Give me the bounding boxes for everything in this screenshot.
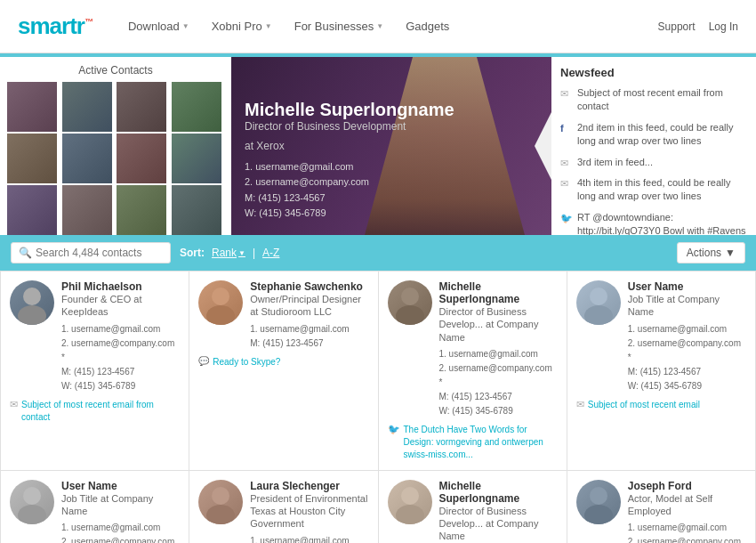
contact-avatar-4 [10, 480, 54, 524]
contact-avatar-7 [576, 480, 621, 524]
sort-label: Sort: [180, 247, 205, 259]
nav-for-businesses[interactable]: For Businesses ▼ [286, 15, 393, 37]
contact-avatar-6 [388, 480, 432, 524]
logo[interactable]: smartr™ [18, 12, 92, 40]
contact-info-0: Phil Michaelson Founder & CEO at KeepIde… [61, 280, 180, 393]
contact-title-3: Job Title at Company Name [628, 293, 746, 319]
contact-detail-5: 1. username@gmail.com M: (415) 123-4567 [250, 534, 368, 543]
profile-company: at Xerox [245, 140, 454, 152]
profile-detail-4: W: (415) 345-6789 [245, 206, 454, 222]
contact-avatar-3 [576, 280, 621, 325]
hero-profile[interactable]: Michelle Superlongname Director of Busin… [231, 57, 551, 235]
contact-thumb-6[interactable] [62, 134, 112, 183]
sort-rank[interactable]: Rank ▼ [212, 247, 245, 259]
contact-title-4: Job Title at Company Name [61, 492, 180, 518]
actions-button[interactable]: Actions ▼ [677, 242, 745, 263]
login-link[interactable]: Log In [709, 20, 738, 33]
news-item-1: ✉ Subject of most recent email from cont… [560, 86, 747, 114]
contact-card-3[interactable]: User Name Job Title at Company Name 1. u… [567, 272, 755, 470]
logo-trademark: ™ [84, 17, 92, 27]
contact-thumb-9[interactable] [7, 185, 57, 235]
news-text-3: 3rd item in feed... [577, 156, 653, 169]
contact-card-4[interactable]: User Name Job Title at Company Name 1. u… [1, 471, 189, 543]
active-contacts-panel: Active Contacts [0, 57, 231, 235]
svg-point-1 [18, 305, 46, 325]
contact-card-2[interactable]: Michelle Superlongname Director of Busin… [379, 272, 567, 470]
svg-point-8 [23, 487, 41, 505]
contact-thumb-1[interactable] [7, 82, 57, 132]
svg-point-11 [206, 505, 235, 524]
profile-detail-3: M: (415) 123-4567 [245, 190, 454, 207]
svg-point-10 [212, 487, 229, 505]
svg-point-4 [401, 288, 419, 305]
activity-skype-icon-1: 💬 [198, 356, 209, 366]
nav-download[interactable]: Download ▼ [119, 15, 198, 37]
sort-az[interactable]: A-Z [262, 247, 279, 259]
sort-rank-arrow: ▼ [238, 249, 245, 257]
contact-card-7[interactable]: Joseph Ford Actor, Model at Self Employe… [567, 471, 755, 543]
news-text-2: 2nd item in this feed, could be really l… [577, 121, 747, 149]
contact-title-5: President of Environmental Texas at Hous… [250, 492, 368, 531]
profile-arrow [535, 110, 551, 182]
news-text-1: Subject of most recent email from contac… [577, 86, 747, 114]
contact-name-4: User Name [61, 480, 180, 492]
newsfeed-panel: Newsfeed ✉ Subject of most recent email … [551, 57, 756, 235]
contact-detail-0: 1. username@gmail.com 2. username@compan… [61, 322, 180, 393]
sort-section: Sort: Rank ▼ | A-Z [180, 247, 668, 259]
contact-card-6[interactable]: Michelle Superlongname Director of Busin… [379, 471, 567, 543]
contact-detail-7: 1. username@gmail.com 2. username@compan… [628, 521, 746, 543]
contact-detail-4: 1. username@gmail.com 2. username@compan… [61, 521, 180, 543]
contact-info-7: Joseph Ford Actor, Model at Self Employe… [628, 480, 746, 543]
email-icon-1: ✉ [560, 87, 573, 100]
nav-gadgets[interactable]: Gadgets [397, 15, 458, 37]
profile-info: Michelle Superlongname Director of Busin… [245, 100, 454, 222]
activity-email-icon-0: ✉ [10, 399, 18, 410]
contact-thumb-7[interactable] [117, 134, 166, 183]
contact-card-0[interactable]: Phil Michaelson Founder & CEO at KeepIde… [1, 272, 189, 470]
contact-title-2: Director of Business Develop... at Compa… [439, 305, 558, 344]
nav-for-businesses-arrow: ▼ [376, 22, 383, 30]
contact-thumb-11[interactable] [117, 185, 166, 235]
contact-name-2: Michelle Superlongname [439, 280, 558, 305]
contact-thumb-5[interactable] [7, 134, 57, 183]
activity-link-2[interactable]: The Dutch Have Two Words for Design: vor… [404, 424, 558, 461]
active-contacts-title: Active Contacts [7, 64, 224, 77]
contact-card-1[interactable]: Stephanie Sawchenko Owner/Principal Desi… [189, 272, 377, 470]
search-input[interactable] [36, 247, 169, 259]
svg-point-13 [396, 505, 424, 524]
contact-thumb-8[interactable] [172, 134, 221, 183]
contact-name-6: Michelle Superlongname [439, 480, 558, 505]
profile-details: 1. username@gmail.com 2. username@compan… [245, 159, 454, 222]
nav-xobni-pro[interactable]: Xobni Pro ▼ [203, 15, 281, 37]
contact-thumb-2[interactable] [62, 82, 112, 132]
logo-text: smartr [18, 12, 84, 39]
contact-title-6: Director of Business Develop... at Compa… [439, 505, 558, 543]
contact-title-1: Owner/Principal Designer at Studioroom L… [250, 293, 368, 319]
contact-info-6: Michelle Superlongname Director of Busin… [439, 480, 558, 543]
contact-thumb-12[interactable] [172, 185, 221, 235]
support-link[interactable]: Support [658, 20, 696, 33]
contact-grid [7, 82, 224, 235]
header-right: Support Log In [658, 20, 738, 33]
svg-point-3 [206, 305, 235, 325]
contact-thumb-3[interactable] [117, 82, 166, 132]
activity-link-1[interactable]: Ready to Skype? [213, 356, 280, 369]
news-item-5: 🐦 RT @downtowndiane: http://bit.ly/qO73Y… [560, 211, 747, 235]
contact-avatar-0 [10, 280, 54, 325]
contact-activity-1: 💬 Ready to Skype? [198, 356, 368, 369]
svg-point-12 [401, 487, 419, 505]
nav-download-arrow: ▼ [182, 22, 189, 30]
contact-avatar-5 [198, 480, 243, 524]
contact-thumb-4[interactable] [172, 82, 221, 132]
activity-link-0[interactable]: Subject of most recent email from contac… [21, 399, 180, 424]
profile-name: Michelle Superlongname [245, 100, 454, 120]
contact-card-5[interactable]: Laura Slechenger President of Environmen… [189, 471, 377, 543]
contact-avatar-2 [388, 280, 432, 325]
email-icon-3: ✉ [560, 177, 573, 190]
activity-link-3[interactable]: Subject of most recent email [588, 399, 700, 411]
svg-point-14 [590, 487, 607, 505]
contact-detail-3: 1. username@gmail.com 2. username@compan… [628, 322, 746, 393]
news-item-2: f 2nd item in this feed, could be really… [560, 121, 747, 149]
contact-thumb-10[interactable] [62, 185, 112, 235]
profile-detail-2: 2. username@company.com [245, 174, 454, 190]
